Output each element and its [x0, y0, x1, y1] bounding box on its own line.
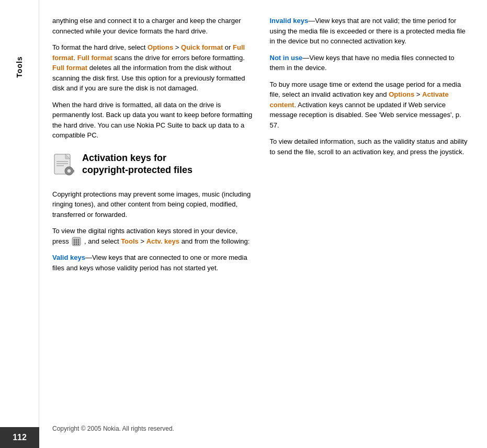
right-column: Invalid keys—View keys that are not vali… — [270, 16, 472, 432]
section-heading: Activation keys for copyright-protected … — [52, 152, 254, 177]
para-format-prefix: To format the hard drive, select — [52, 43, 148, 51]
copyright-notice: Copyright © 2005 Nokia. All rights reser… — [52, 420, 254, 432]
invalid-keys-label: Invalid keys — [270, 17, 309, 25]
svg-rect-8 — [73, 171, 74, 172]
main-content: anything else and connect it to a charge… — [39, 0, 487, 448]
svg-point-12 — [76, 239, 77, 241]
full-format-label-3: Full format — [52, 64, 87, 72]
para-view-keys: To view the digital rights activation ke… — [52, 226, 254, 246]
para-format: To format the hard drive, select Options… — [52, 42, 254, 94]
para-copyright-protection: Copyright protections may prevent some i… — [52, 189, 254, 220]
para-charger: anything else and connect it to a charge… — [52, 16, 254, 36]
activation-keys-icon — [52, 153, 76, 177]
para-backup: When the hard drive is formatted, all da… — [52, 100, 254, 141]
svg-rect-7 — [71, 170, 74, 171]
page-number: 112 — [13, 433, 27, 442]
options-label-1: Options — [148, 43, 173, 51]
section-title: Activation keys for copyright-protected … — [82, 152, 192, 177]
para-valid-keys: Valid keys—View keys that are connected … — [52, 252, 254, 273]
para-not-in-use: Not in use—View keys that have no media … — [270, 53, 472, 73]
options-label-2: Options — [389, 90, 414, 98]
para-view-detailed: To view detailed information, such as th… — [270, 136, 472, 157]
para-invalid-keys: Invalid keys—View keys that are not vali… — [270, 16, 472, 47]
menu-key-icon — [72, 237, 81, 246]
svg-point-13 — [78, 239, 80, 241]
svg-point-18 — [76, 244, 77, 245]
svg-point-15 — [76, 242, 77, 243]
page-number-box: 112 — [0, 427, 39, 448]
svg-point-19 — [78, 244, 80, 245]
section-title-text: Activation keys for copyright-protected … — [82, 152, 192, 177]
sidebar: Tools 112 — [0, 0, 39, 448]
full-format-label-2: Full format — [77, 54, 112, 62]
para-buy-usage: To buy more usage time or extend the usa… — [270, 79, 472, 131]
svg-point-16 — [78, 242, 80, 243]
quick-format-label: Quick format — [181, 43, 223, 51]
svg-point-17 — [74, 244, 75, 245]
svg-point-11 — [74, 239, 75, 241]
svg-point-14 — [74, 242, 75, 243]
sidebar-label: Tools — [15, 56, 24, 77]
valid-keys-label: Valid keys — [52, 254, 85, 261]
actv-keys-label: Actv. keys — [146, 237, 179, 245]
not-in-use-label: Not in use — [270, 54, 303, 62]
left-column: anything else and connect it to a charge… — [52, 16, 254, 432]
svg-rect-9 — [72, 171, 73, 172]
tools-label: Tools — [121, 237, 139, 245]
svg-point-6 — [67, 169, 71, 173]
